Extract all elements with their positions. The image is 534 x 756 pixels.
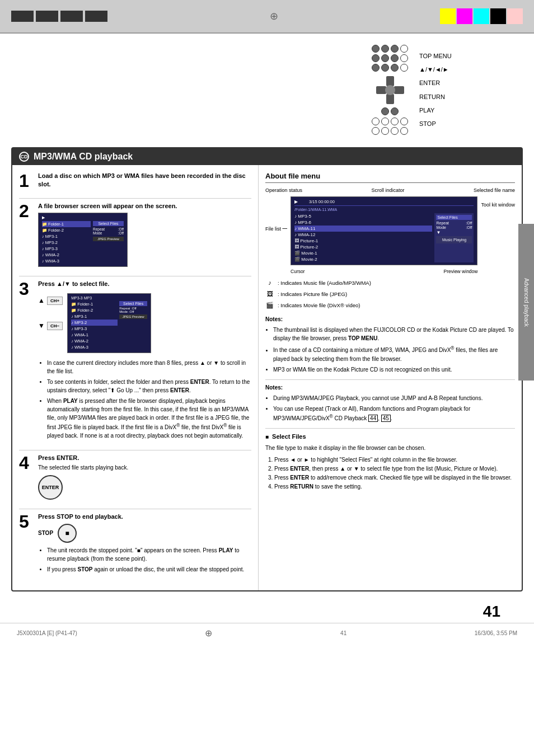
fm-toolkit: Select Files Repeat :Off Mode :Off ▼ bbox=[434, 213, 474, 262]
file-type-legend: ♪ : Indicates Music file (Audio/MP3/WMA)… bbox=[265, 278, 515, 311]
screen3-folder2: 📁 Folder-2 bbox=[71, 307, 118, 313]
fm-top-bar: ▶ 3/15 00:00:00 bbox=[294, 199, 474, 206]
picture-icon: 🖼 bbox=[265, 289, 274, 300]
remote-labels: TOP MENU ▲/▼/◄/► ENTER RETURN PLAY STOP bbox=[419, 49, 452, 130]
screen2-folder1: 📁 Folder-1 bbox=[42, 221, 91, 227]
header-left-blocks bbox=[11, 11, 107, 22]
dpad-center bbox=[385, 85, 395, 95]
file-list-label: File list ─ bbox=[265, 224, 287, 232]
enter-button-icon: ENTER bbox=[38, 475, 63, 500]
bottom-note-1: During MP3/WMA/JPEG Playback, you cannot… bbox=[273, 394, 515, 402]
screen2-file-list: 📁 Folder-1 📁 Folder-2 ♪ MP3-1 ♪ MP3-2 ♪ … bbox=[42, 221, 91, 264]
remote-btn-15 bbox=[372, 118, 380, 125]
top-menu-label: TOP MENU bbox=[419, 49, 452, 63]
screen2-mode: Mode:Off bbox=[93, 231, 124, 235]
legend-picture-text: : Indicates Picture file (JPEG) bbox=[278, 289, 347, 299]
bottom-notes-list: During MP3/WMA/JPEG Playback, you cannot… bbox=[265, 394, 515, 422]
file-menu-screen: ▶ 3/15 00:00:00 /Folder-1/WMA-11.WMA ♪ M… bbox=[291, 196, 477, 265]
step-3-number: 3 bbox=[19, 280, 32, 443]
movie-icon: 🎬 bbox=[265, 300, 274, 311]
step3-bullet-1: In case the current directory includes m… bbox=[47, 359, 251, 375]
content-body: 1 Load a disc on which MP3 or WMA files … bbox=[12, 165, 522, 590]
page-number: 41 bbox=[0, 597, 534, 623]
screen2-wma3: ♪ WMA-3 bbox=[42, 258, 91, 264]
header-bar: ⊕ bbox=[0, 0, 534, 34]
remote-btn-8 bbox=[400, 54, 408, 62]
screen3-mp33: ♪ MP3-3 bbox=[71, 326, 118, 332]
step-2: 2 A file browser screen will appear on t… bbox=[19, 202, 251, 269]
return-label: RETURN bbox=[419, 90, 452, 104]
file-menu-labels: Operation status Scroll indicator Select… bbox=[265, 187, 515, 193]
section-title-text: MP3/WMA CD playback bbox=[34, 152, 133, 162]
legend-picture: 🖼 : Indicates Picture file (JPEG) bbox=[265, 289, 515, 300]
step-4-number: 4 bbox=[19, 454, 32, 502]
op-status-label: Operation status bbox=[265, 187, 302, 193]
nav-label: ▲/▼/◄/► bbox=[419, 63, 452, 76]
step-4-text: Press ENTER. bbox=[38, 454, 251, 462]
step-2-number: 2 bbox=[19, 202, 32, 269]
screen3-file-list: 📁 Folder-1 📁 Folder-2 ♪ MP3-1 ♪ MP3-2 ♪ … bbox=[71, 301, 118, 350]
file-menu-diagram-area: File list ─ ▶ 3/15 00:00:00 /Folder-1/WM… bbox=[265, 196, 515, 274]
fm-arrow-down: ▼ bbox=[436, 230, 472, 235]
header-block-3 bbox=[60, 11, 83, 22]
fm-play-icon: ▶ bbox=[294, 199, 298, 204]
step-4-subtext: The selected file starts playing back. bbox=[38, 464, 251, 471]
advanced-playback-sidebar: Advanced playback bbox=[518, 224, 534, 381]
page-num-text: 41 bbox=[483, 603, 500, 620]
file-browser-screen-step3: MP3-3 MP3 📁 Folder-1 📁 Folder-2 ♪ MP3-1 … bbox=[67, 293, 151, 353]
screen2-play-icon: ▶ bbox=[42, 215, 45, 220]
remote-btn-21 bbox=[391, 127, 399, 135]
legend-music: ♪ : Indicates Music file (Audio/MP3/WMA) bbox=[265, 278, 515, 289]
bottom-notes-title: Notes: bbox=[265, 383, 515, 392]
step-2-content: A file browser screen will appear on the… bbox=[38, 202, 251, 269]
screen2-wma2: ♪ WMA-2 bbox=[42, 252, 91, 258]
step-3-text: Press ▲/▼ to select file. bbox=[38, 280, 251, 288]
sf-step-3: Press ENTER to add/remove check mark. Ch… bbox=[274, 473, 515, 482]
sf-step-2: Press ENTER, then press ▲ or ▼ to select… bbox=[274, 464, 515, 473]
remote-btn-10 bbox=[381, 64, 389, 72]
fm-mode-label: Mode bbox=[436, 226, 446, 229]
fm-file-mp35: ♪ MP3-5 bbox=[294, 213, 432, 219]
fm-track-info: 3/15 00:00:00 bbox=[309, 199, 335, 204]
top-left-spacer bbox=[17, 45, 360, 136]
screen2-select-files: Select Files bbox=[93, 221, 124, 226]
cursor-label: Cursor bbox=[291, 269, 305, 274]
notes-list: The thumbnail list is displayed when the… bbox=[265, 326, 515, 373]
fm-path: /Folder-1/WMA-11.WMA bbox=[294, 208, 474, 212]
music-icon: ♪ bbox=[265, 278, 274, 289]
fm-repeat-label: Repeat bbox=[436, 221, 449, 225]
remote-btn-17 bbox=[391, 118, 399, 125]
fm-select-files-btn: Select Files bbox=[436, 215, 472, 220]
down-arrow-icon: ▼ bbox=[38, 322, 45, 330]
fm-mode-val: :Off bbox=[466, 226, 472, 229]
screen2-repeat: Repeat:Off bbox=[93, 227, 124, 231]
preview-window-label: Preview window bbox=[444, 269, 478, 274]
remote-btn-18 bbox=[400, 118, 408, 125]
fm-mode-row: Mode :Off bbox=[436, 226, 472, 229]
screen3-mp31: ♪ MP3-1 bbox=[71, 313, 118, 320]
remote-area: TOP MENU ▲/▼/◄/► ENTER RETURN PLAY STOP bbox=[372, 45, 517, 136]
fm-file-pic1: 🖼 Picture-1 bbox=[294, 238, 432, 244]
remote-btn-2 bbox=[381, 45, 389, 53]
footer-center-icon: ⊕ bbox=[205, 628, 212, 638]
remote-btn-4 bbox=[400, 45, 408, 53]
remote-btn-11 bbox=[391, 64, 399, 72]
ch-minus-btn: CH− bbox=[47, 322, 63, 330]
select-files-section: Select Files The file type to make it di… bbox=[265, 432, 515, 491]
header-block-4 bbox=[85, 11, 107, 22]
remote-btn-5 bbox=[372, 54, 380, 62]
color-magenta bbox=[457, 8, 472, 24]
fm-file-wma12: ♪ WMA-12 bbox=[294, 232, 432, 238]
footer-left-text: J5X00301A [E] (P41-47) bbox=[17, 630, 77, 636]
left-column: 1 Load a disc on which MP3 or WMA files … bbox=[12, 165, 259, 590]
screen3-mode: Mode :Off bbox=[119, 310, 147, 313]
color-black bbox=[490, 8, 506, 24]
color-cyan bbox=[474, 8, 489, 24]
note-3: MP3 or WMA file on the Kodak Picture CD … bbox=[273, 365, 515, 374]
stop-button-icon: ■ bbox=[58, 524, 77, 543]
remote-btn-9 bbox=[372, 64, 380, 72]
remote-btn-14 bbox=[391, 107, 399, 115]
step-1: 1 Load a disc on which MP3 or WMA files … bbox=[19, 172, 251, 191]
step5-bullet-1: The unit records the stopped point. "■" … bbox=[47, 546, 251, 563]
step-5: 5 Press STOP to end playback. STOP ■ The… bbox=[19, 513, 251, 576]
